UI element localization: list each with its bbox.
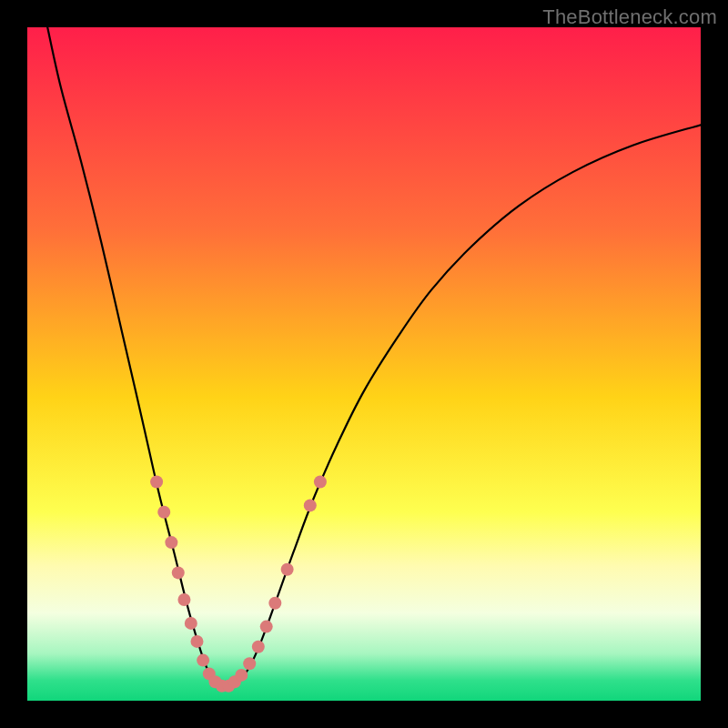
data-point	[165, 536, 177, 549]
data-point	[304, 499, 317, 511]
chart-plot-area	[27, 27, 701, 701]
data-point	[177, 593, 190, 606]
data-point	[172, 566, 185, 579]
data-point	[157, 506, 170, 519]
chart-svg	[27, 27, 701, 701]
data-point	[190, 635, 203, 648]
data-point	[185, 617, 197, 630]
data-point	[281, 563, 294, 576]
data-point	[314, 476, 327, 489]
chart-background	[27, 27, 701, 701]
data-point	[197, 654, 209, 667]
data-point	[235, 669, 248, 682]
watermark-text: TheBottleneck.com	[542, 5, 717, 29]
data-point	[268, 597, 281, 610]
data-point	[260, 621, 273, 633]
data-point	[252, 641, 265, 653]
data-point	[150, 476, 163, 489]
data-point	[243, 657, 256, 670]
